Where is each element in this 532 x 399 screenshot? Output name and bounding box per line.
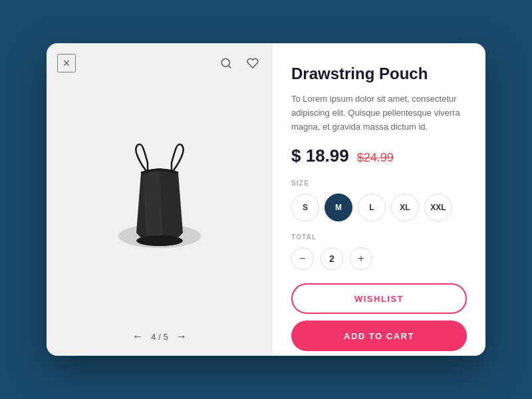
- quantity-decrease-button[interactable]: −: [291, 247, 314, 270]
- wishlist-button[interactable]: WISHLIST: [291, 283, 467, 314]
- product-title: Drawstring Pouch: [291, 65, 467, 83]
- size-label: SIZE: [291, 180, 467, 187]
- size-m[interactable]: M: [325, 194, 352, 221]
- product-image: [86, 126, 233, 273]
- next-image-button[interactable]: →: [176, 331, 187, 342]
- svg-point-3: [136, 235, 183, 246]
- detail-panel: Drawstring Pouch To Lorem ipsum dolor si…: [273, 43, 485, 356]
- product-modal: ×: [47, 43, 485, 356]
- quantity-controls: − 2 +: [291, 247, 467, 270]
- close-button[interactable]: ×: [57, 54, 76, 72]
- action-buttons: WISHLIST ADD TO CART: [291, 283, 467, 351]
- size-s[interactable]: S: [291, 194, 319, 221]
- size-section: SIZE S M L XL XXL: [291, 180, 467, 221]
- quantity-increase-button[interactable]: +: [350, 247, 372, 270]
- image-navigation: ← 4 / 5 →: [132, 331, 186, 342]
- quantity-section: TOTAL − 2 +: [291, 233, 467, 270]
- quantity-value: 2: [321, 247, 343, 270]
- image-counter: 4 / 5: [151, 332, 168, 342]
- add-to-cart-button[interactable]: ADD TO CART: [291, 321, 467, 351]
- price-section: $ 18.99 $24.99: [291, 146, 467, 166]
- size-options: S M L XL XXL: [291, 194, 467, 221]
- image-panel: ×: [47, 43, 273, 356]
- svg-line-1: [228, 65, 230, 67]
- quantity-label: TOTAL: [291, 233, 467, 241]
- original-price: $24.99: [357, 151, 394, 165]
- top-icons: [217, 54, 262, 72]
- size-xl[interactable]: XL: [391, 194, 419, 221]
- heart-icon[interactable]: [243, 54, 262, 72]
- prev-image-button[interactable]: ←: [132, 331, 143, 342]
- size-xxl[interactable]: XXL: [424, 194, 452, 221]
- search-icon[interactable]: [217, 54, 235, 72]
- product-description: To Lorem ipsum dolor sit amet, consectet…: [291, 92, 467, 134]
- size-l[interactable]: L: [358, 194, 386, 221]
- current-price: $ 18.99: [291, 146, 349, 166]
